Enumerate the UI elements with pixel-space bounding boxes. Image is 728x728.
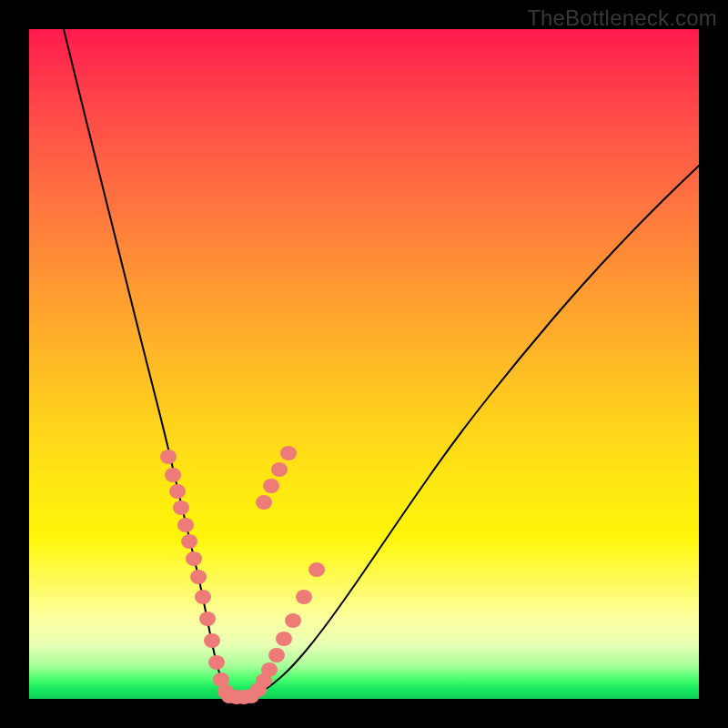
chart-frame: TheBottleneck.com bbox=[0, 0, 728, 728]
data-point bbox=[271, 462, 288, 477]
data-point bbox=[261, 662, 278, 677]
data-point bbox=[181, 534, 197, 549]
data-point bbox=[173, 500, 189, 515]
data-point bbox=[199, 612, 216, 626]
data-point bbox=[268, 648, 285, 662]
data-point bbox=[204, 633, 220, 648]
data-point bbox=[285, 613, 301, 628]
data-point bbox=[280, 446, 297, 460]
watermark-text: TheBottleneck.com bbox=[527, 5, 717, 31]
plot-area bbox=[29, 29, 699, 699]
data-point bbox=[276, 632, 292, 646]
data-point bbox=[296, 590, 312, 604]
data-point bbox=[177, 518, 194, 532]
chart-svg bbox=[29, 29, 699, 699]
data-point bbox=[165, 468, 181, 482]
bottleneck-curve bbox=[64, 29, 699, 697]
data-point bbox=[256, 495, 272, 510]
data-point bbox=[186, 551, 202, 566]
data-point bbox=[195, 590, 211, 604]
data-point bbox=[169, 484, 186, 499]
data-point bbox=[263, 479, 279, 493]
data-point bbox=[208, 655, 225, 670]
data-point bbox=[308, 562, 325, 577]
data-point bbox=[190, 570, 207, 584]
data-point bbox=[160, 450, 177, 464]
data-points bbox=[160, 446, 325, 704]
